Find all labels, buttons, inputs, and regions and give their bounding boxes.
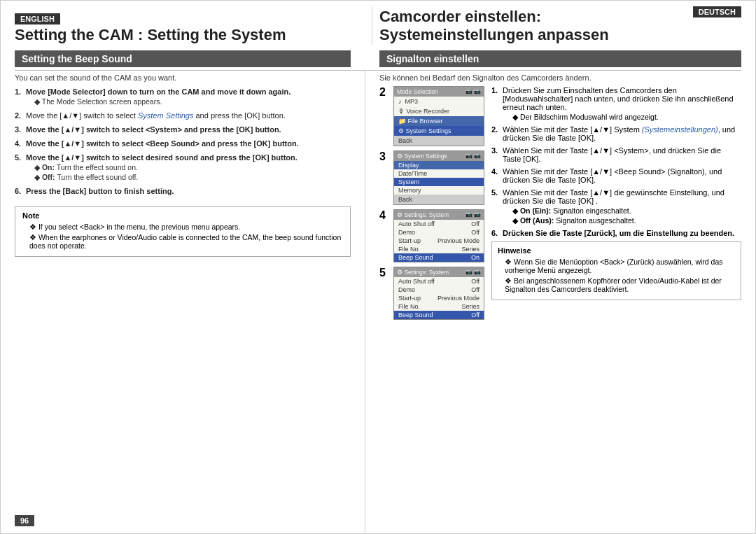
screen-5-container: 5 ⚙ Settings: System 📷 📷 Auto Shut offOf… [379, 267, 484, 320]
right-step-2: 2. Wählen Sie mit der Taste [▲/▼] System… [491, 125, 741, 142]
note-box: Note If you select <Back> in the menu, t… [15, 206, 351, 257]
main-title-left: Setting the CAM : Setting the System [15, 26, 365, 44]
screen-3-container: 3 ⚙ System Settings 📷 📷 Display Date/Tim… [379, 150, 484, 205]
screen-5: ⚙ Settings: System 📷 📷 Auto Shut offOff … [393, 267, 484, 320]
screen-2-container: 2 Mode Selection 📷 📷 MP3 🎙 Voice Recorde… [379, 86, 484, 146]
step-4: 4. Move the [▲/▼] switch to select <Beep… [15, 139, 351, 148]
page-number: 96 [15, 515, 34, 526]
right-step-4: 4. Wählen Sie mit der Taste [▲/▼] <Beep … [491, 167, 741, 184]
right-step-1: 1. Drücken Sie zum Einschalten des Camco… [491, 86, 741, 121]
section-title-right: Signalton einstellen [379, 50, 741, 67]
step-2: 2. Move the [▲/▼] switch to select Syste… [15, 111, 351, 120]
intro-text: You can set the sound of the CAM as you … [15, 73, 351, 82]
step-1: 1. Move [Mode Selector] down to turn on … [15, 87, 351, 106]
step-6: 6. Press the [Back] button to finish set… [15, 187, 351, 195]
right-steps-column: 1. Drücken Sie zum Einschalten des Camco… [491, 86, 741, 533]
main-title-right: Camcorder einstellen: Systemeinstellunge… [379, 8, 609, 45]
section-title-left: Setting the Beep Sound [15, 50, 351, 67]
step-5: 5. Move the [▲/▼] switch to select desir… [15, 153, 351, 181]
deutsch-badge: DEUTSCH [693, 6, 741, 17]
right-step-5: 5. Wählen Sie mit der Taste [▲/▼] die ge… [491, 188, 741, 225]
step-3: 3. Move the [▲/▼] switch to select <Syst… [15, 125, 351, 134]
hinweise-box: Hinweise Wenn Sie die Menüoption <Back> … [491, 241, 741, 300]
steps-list: 1. Move [Mode Selector] down to turn on … [15, 87, 351, 201]
screen-2: Mode Selection 📷 📷 MP3 🎙 Voice Recorder … [393, 86, 484, 146]
right-step-3: 3. Wählen Sie mit der Taste [▲/▼] <Syste… [491, 146, 741, 163]
screen-4-container: 4 ⚙ Settings: System 📷 📷 Auto Shut offOf… [379, 209, 484, 262]
right-intro: Sie können bei Bedarf den Signalton des … [379, 73, 741, 82]
screen-3: ⚙ System Settings 📷 📷 Display Date/Time … [393, 150, 484, 205]
screen-4: ⚙ Settings: System 📷 📷 Auto Shut offOff … [393, 209, 484, 262]
right-step-6: 6. Drücken Sie die Taste [Zurück], um di… [491, 229, 741, 237]
screens-column: 2 Mode Selection 📷 📷 MP3 🎙 Voice Recorde… [379, 86, 484, 533]
english-badge: ENGLISH [15, 13, 60, 24]
